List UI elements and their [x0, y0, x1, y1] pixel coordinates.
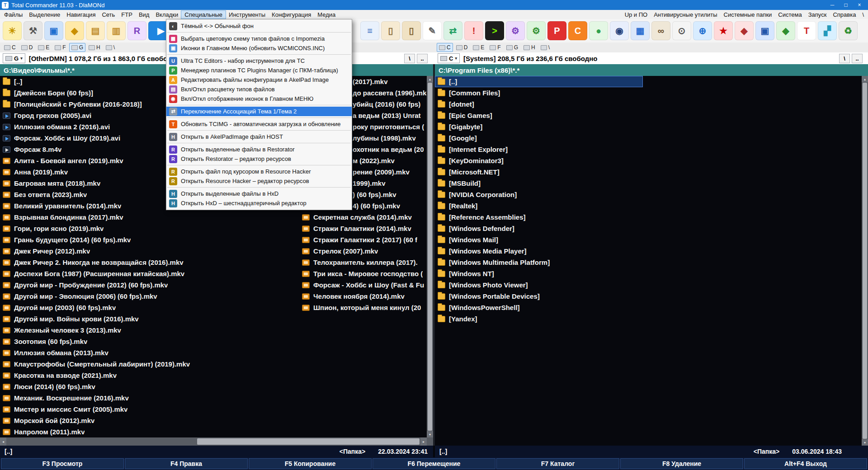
warning-icon[interactable]: !	[464, 21, 483, 40]
file-row[interactable]: Железный человек 3 (2013).mkv	[0, 324, 300, 336]
drive-button-left-D[interactable]: D	[19, 43, 35, 52]
right-root-button[interactable]: \	[839, 54, 850, 63]
file-row[interactable]: [Epic Games]	[435, 110, 862, 121]
special-menu-item-2[interactable]: ▣Иконки в Главном Меню (обновить WCMICON…	[166, 43, 352, 53]
special-menu-item-10[interactable]: HОткрыть в AkelPadImage файл HOST	[166, 132, 352, 141]
file-row[interactable]: [Windows NT]	[435, 268, 862, 279]
drive-button-left-H[interactable]: H	[86, 43, 103, 52]
file-row[interactable]: [MSBuild]	[435, 178, 862, 189]
scroll-down-arrow-icon[interactable]: ▾	[427, 431, 433, 437]
file-row[interactable]: Телохранитель киллера (2017).	[300, 257, 427, 268]
menubar-item-2[interactable]: Навигация	[63, 11, 99, 19]
special-menu-item-15[interactable]: HОткрыть выделенные файлы в HxD	[166, 189, 352, 198]
maximize-button[interactable]: □	[839, 0, 853, 9]
menubar-item-10[interactable]: Медиа	[314, 11, 339, 19]
file-row[interactable]: Иллюзия обмана (2013).mkv	[0, 347, 300, 358]
menubar-right-item-0[interactable]: Up и ПО	[622, 11, 651, 19]
menubar-right-item-4[interactable]: Запуск	[805, 11, 830, 19]
special-menu-item-0[interactable]: ◐Тёмный <-> Обычный фон	[166, 21, 352, 31]
gear-purple-icon[interactable]: ⚙	[506, 21, 525, 40]
minimize-button[interactable]: ─	[826, 0, 839, 9]
menubar-right-item-3[interactable]: Система	[775, 11, 805, 19]
file-row[interactable]: Грань будущего (2014) (60 fps).mkv	[0, 234, 300, 245]
clipboard-paste-icon[interactable]: ▯	[402, 21, 421, 40]
file-row[interactable]: Шпион, который меня кинул (20	[300, 302, 427, 313]
scroll-up-arrow-icon[interactable]: ▴	[862, 76, 868, 82]
file-row[interactable]: Напролом (2011).mkv	[0, 426, 300, 437]
left-drive-combo[interactable]: G ▾	[3, 53, 25, 63]
puzzle-icon[interactable]: ▞	[818, 21, 837, 40]
file-row[interactable]: Джек Ричер 2. Никогда не возвращайся (20…	[0, 257, 300, 268]
special-menu-item-5[interactable]: AРедактировать файлы конфигурации в Akel…	[166, 75, 352, 85]
edit-file-icon[interactable]: ✎	[423, 21, 442, 40]
function-button-f5[interactable]: F5 Копирование	[249, 458, 372, 469]
menubar-item-7[interactable]: Специальные	[181, 11, 226, 19]
menubar-right-item-1[interactable]: Антивирусные утилиты	[651, 11, 720, 19]
file-row[interactable]: Стрелок (2007).mkv	[300, 245, 427, 257]
scroll-right-arrow-icon[interactable]: ▸	[420, 437, 427, 446]
drive-button-right-D[interactable]: D	[454, 43, 470, 52]
file-row[interactable]: [..]	[435, 76, 643, 87]
scroll-thumb[interactable]	[863, 83, 867, 439]
file-row[interactable]: Секретная служба (2014).mkv	[300, 212, 427, 223]
drive-button-left-E[interactable]: E	[36, 43, 52, 52]
file-row[interactable]: Три икса - Мировое господство (	[300, 268, 427, 279]
file-row[interactable]: [Windows Portable Devices]	[435, 291, 862, 302]
special-menu-item-1[interactable]: ▦Выбрать цветовую схему типов файлов с I…	[166, 34, 352, 43]
file-row[interactable]: [Windows Mail]	[435, 234, 862, 245]
drive-button-right-E[interactable]: E	[471, 43, 486, 52]
tools-icon[interactable]: ⚒	[24, 21, 42, 40]
menubar-item-4[interactable]: FTP	[118, 11, 136, 19]
swap-panels-icon[interactable]: ⇄	[443, 21, 462, 40]
left-vertical-scrollbar[interactable]: ▴ ▾	[427, 76, 433, 437]
file-row[interactable]: Зоотопия (60 fps).mkv	[0, 336, 300, 347]
file-row[interactable]: [dotnet]	[435, 99, 862, 110]
special-menu-item-8[interactable]: ⇄Переключение Ассоциаций Тема 1/Тема 2	[166, 107, 352, 116]
special-menu-item-14[interactable]: RОткрыть Resource Hacker – редактор ресу…	[166, 176, 352, 186]
file-row[interactable]: Доспехи Бога (1987) (Расширенная китайск…	[0, 268, 300, 279]
file-row[interactable]: Гори, гори ясно (2019).mkv	[0, 223, 300, 234]
drive-button-right-H[interactable]: H	[521, 43, 538, 52]
binoculars-icon[interactable]: ∞	[651, 21, 670, 40]
parcel-p-icon[interactable]: P	[547, 21, 566, 40]
menubar-backslash-item[interactable]: \	[859, 11, 867, 19]
function-button-f6[interactable]: F6 Перемещение	[373, 458, 495, 469]
ccleaner-icon[interactable]: C	[568, 21, 587, 40]
winrar-icon[interactable]: R	[127, 21, 146, 40]
scroll-up-arrow-icon[interactable]: ▴	[427, 76, 433, 82]
special-menu-item-16[interactable]: HОткрыть HxD – шестнадцатеричный редакто…	[166, 198, 352, 208]
menubar-item-0[interactable]: Файлы	[1, 11, 26, 19]
lightbulb-icon[interactable]: ☀	[3, 21, 22, 40]
right-drive-combo[interactable]: C ▾	[438, 53, 460, 63]
menubar-item-3[interactable]: Сеть	[99, 11, 118, 19]
table-view-icon[interactable]: ▦	[631, 21, 650, 40]
file-row[interactable]: [Yandex]	[435, 313, 862, 324]
recycle-bin-icon[interactable]: ♻	[839, 21, 858, 40]
file-row[interactable]: Механик. Воскрешение (2016).mkv	[0, 392, 300, 404]
function-button-alt-f4[interactable]: Alt+F4 Выход	[744, 458, 867, 469]
file-row[interactable]: [Gigabyte]	[435, 121, 862, 132]
file-row[interactable]: Другой мир - Пробуждение (2012) (60 fps)…	[0, 279, 300, 291]
drive-button-left-root[interactable]: \	[104, 43, 117, 52]
scroll-left-arrow-icon[interactable]: ◂	[0, 437, 6, 446]
menubar-item-9[interactable]: Конфигурация	[269, 11, 314, 19]
file-row[interactable]: [Microsoft.NET]	[435, 166, 862, 178]
menubar-item-8[interactable]: Инструменты	[226, 11, 269, 19]
file-row[interactable]: Стражи Галактики (2014).mkv	[300, 223, 427, 234]
red-star-icon[interactable]: ★	[714, 21, 733, 40]
globe-icon[interactable]: ⊕	[693, 21, 712, 40]
folder-tools-icon[interactable]: ▥	[107, 21, 126, 40]
scroll-thumb[interactable]	[197, 438, 420, 445]
scroll-down-arrow-icon[interactable]: ▾	[862, 439, 868, 446]
file-row[interactable]: [WindowsPowerShell]	[435, 302, 862, 313]
file-row[interactable]: Морской бой (2012).mkv	[0, 415, 300, 426]
file-row[interactable]: Другой мир - Эволюция (2006) (60 fps).mk…	[0, 291, 300, 302]
file-search-icon[interactable]: ⊙	[672, 21, 691, 40]
green-sphere-icon[interactable]: ●	[589, 21, 608, 40]
gears-green-icon[interactable]: ⚙	[527, 21, 546, 40]
gamepad-icon[interactable]: ◆	[776, 21, 795, 40]
close-button[interactable]: ×	[853, 0, 866, 9]
file-row[interactable]: [KeyDominator3]	[435, 155, 862, 166]
fonts-icon[interactable]: T	[797, 21, 816, 40]
drive-button-left-F[interactable]: F	[52, 43, 68, 52]
